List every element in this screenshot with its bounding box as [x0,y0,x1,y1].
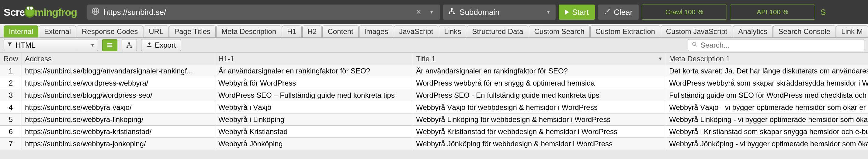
cell-title: WordPress SEO - En fullständig guide med… [413,89,666,101]
tab-url[interactable]: URL [144,26,168,37]
globe-icon [92,7,99,17]
cell-h1: Webbyrå i Växjö [215,101,413,113]
cell-meta: Webbyrå Linköping - vi bygger optimerade… [666,114,868,125]
cell-title: Webbyrå Jönköping för webbdesign & hemsi… [413,138,666,150]
tab-link-m[interactable]: Link M [836,26,868,37]
top-toolbar: Scre ming frog ✕ ▼ Subdomain ▼ Start Cle… [0,0,868,24]
tab-links[interactable]: Links [439,26,466,37]
tab-content[interactable]: Content [322,26,358,37]
logo-text-pre: Scre [4,6,25,18]
start-label: Start [572,8,589,17]
cell-address: https://sunbird.se/wordpress-webbyra/ [22,77,215,89]
tab-response-codes[interactable]: Response Codes [76,26,143,37]
cell-h1: Webbyrå i Linköping [215,114,413,125]
col-title-label: Title 1 [416,54,436,63]
clear-url-icon[interactable]: ✕ [414,8,423,16]
chevron-down-icon: ▼ [546,9,551,15]
url-dropdown-icon[interactable]: ▼ [427,9,436,15]
cell-meta: Webbyrå Växjö - vi bygger optimerade hem… [666,101,868,113]
tab-javascript[interactable]: JavaScript [394,26,438,37]
cell-address: https://sunbird.se/blogg/anvandarsignale… [22,65,215,77]
cell-rownum: 2 [0,77,22,89]
table-row[interactable]: 2https://sunbird.se/wordpress-webbyra/We… [0,77,868,89]
results-table: Row Address H1-1 Title 1 ▼ Meta Descript… [0,53,868,150]
app-logo: Scre ming frog [4,6,77,18]
tree-view-button[interactable] [122,39,137,51]
filter-dropdown[interactable]: HTML ▼ [4,39,98,51]
svg-rect-7 [128,42,130,44]
cell-h1: Webbyrå Jönköping [215,138,413,150]
tab-custom-extraction[interactable]: Custom Extraction [590,26,660,37]
svg-rect-4 [107,43,113,44]
cell-meta: Webbyrå Jönköping - vi bygger optimerade… [666,138,868,150]
cell-h1: Webbyrå för WordPress [215,77,413,89]
col-address[interactable]: Address [22,53,215,65]
tab-search-console[interactable]: Search Console [773,26,835,37]
crawl-status: Crawl 100 % [642,5,727,20]
search-box[interactable] [688,39,864,51]
list-view-button[interactable] [102,39,117,51]
cell-address: https://sunbird.se/webbyra-jonkoping/ [22,138,215,150]
tab-meta-description[interactable]: Meta Description [216,26,281,37]
col-h1[interactable]: H1-1 [215,53,413,65]
table-row[interactable]: 3https://sunbird.se/blogg/wordpress-seo/… [0,89,868,101]
upload-icon [146,41,152,49]
cell-meta: Det korta svaret: Ja. Det har länge disk… [666,65,868,77]
cell-rownum: 3 [0,89,22,101]
clear-button[interactable]: Clear [598,5,639,20]
svg-rect-5 [107,45,113,45]
cell-title: WordPress webbyrå för en snygg & optimer… [413,77,666,89]
search-input[interactable] [701,41,860,49]
play-icon [565,9,569,15]
col-row[interactable]: Row [0,53,22,65]
cell-rownum: 1 [0,65,22,77]
cell-address: https://sunbird.se/blogg/wordpress-seo/ [22,89,215,101]
tab-custom-javascript[interactable]: Custom JavaScript [661,26,732,37]
cell-title: Webbyrå Kristianstad för webbdesign & he… [413,126,666,137]
table-row[interactable]: 7https://sunbird.se/webbyra-jonkoping/We… [0,138,868,150]
tab-h2[interactable]: H2 [302,26,322,37]
tab-h1[interactable]: H1 [282,26,302,37]
svg-rect-1 [451,8,453,10]
cell-h1: Webbyrå Kristianstad [215,126,413,137]
search-icon [692,42,698,48]
tab-external[interactable]: External [39,26,76,37]
cell-rownum: 5 [0,114,22,125]
sort-desc-icon: ▼ [658,56,663,62]
url-input[interactable] [104,8,410,17]
cell-meta: Fullständig guide om SEO för WordPress m… [666,89,868,101]
brush-icon [604,8,611,16]
cell-title: Webbyrå Växjö för webbdesign & hemsidor … [413,101,666,113]
tab-custom-search[interactable]: Custom Search [529,26,589,37]
filter-icon [7,42,12,48]
main-tabs: InternalExternalResponse CodesURLPage Ti… [0,24,868,38]
cell-address: https://sunbird.se/webbyra-kristianstad/ [22,126,215,137]
tab-images[interactable]: Images [359,26,394,37]
cell-rownum: 4 [0,101,22,113]
clear-label: Clear [614,8,632,17]
tab-analytics[interactable]: Analytics [733,26,773,37]
table-row[interactable]: 1https://sunbird.se/blogg/anvandarsignal… [0,65,868,77]
svg-rect-9 [130,46,132,48]
table-row[interactable]: 6https://sunbird.se/webbyra-kristianstad… [0,126,868,138]
table-row[interactable]: 4https://sunbird.se/webbyra-vaxjo/Webbyr… [0,101,868,114]
col-meta[interactable]: Meta Description 1 [666,53,868,65]
tab-structured-data[interactable]: Structured Data [467,26,528,37]
logo-text-post: frog [58,6,77,18]
table-row[interactable]: 5https://sunbird.se/webbyra-linkoping/We… [0,114,868,126]
crawl-status-label: Crawl 100 % [665,8,704,16]
url-bar[interactable]: ✕ ▼ [87,5,440,20]
tab-internal[interactable]: Internal [4,26,38,37]
svg-point-10 [692,42,696,45]
frog-icon [24,7,35,17]
trailing-text: S [820,8,826,17]
tab-page-titles[interactable]: Page Titles [169,26,216,37]
crawl-mode-label: Subdomain [460,8,500,17]
api-status-label: API 100 % [757,8,788,16]
svg-rect-6 [107,46,113,47]
col-title[interactable]: Title 1 ▼ [413,53,666,65]
crawl-mode-dropdown[interactable]: Subdomain ▼ [443,5,556,20]
cell-meta: Webbyrå i Kristianstad som skapar snygga… [666,126,868,137]
export-button[interactable]: Export [141,39,181,51]
start-button[interactable]: Start [559,5,595,20]
